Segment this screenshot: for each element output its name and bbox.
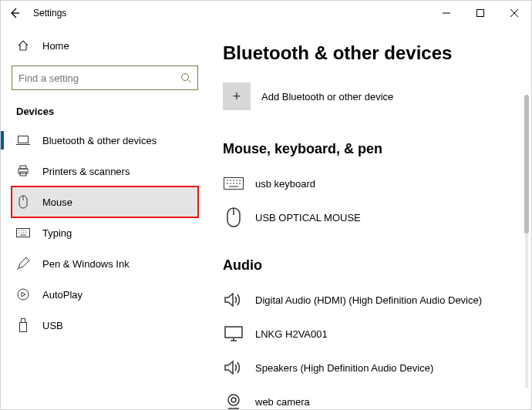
svg-rect-3	[20, 166, 26, 169]
monitor-icon	[223, 323, 244, 344]
svg-rect-10	[20, 323, 27, 332]
device-label: usb keyboard	[255, 178, 315, 190]
group-title: Mouse, keyboard, & pen	[223, 141, 531, 157]
sidebar-item-bluetooth[interactable]: Bluetooth & other devices	[12, 125, 198, 156]
device-row[interactable]: Digital Audio (HDMI) (High Definition Au…	[223, 283, 531, 317]
nav-label: Mouse	[42, 197, 72, 208]
search-box[interactable]	[12, 66, 198, 90]
sidebar-item-pen[interactable]: Pen & Windows Ink	[12, 248, 198, 279]
printer-icon	[16, 164, 30, 178]
home-link[interactable]: Home	[12, 32, 198, 59]
device-row[interactable]: web camera	[223, 385, 531, 409]
device-row[interactable]: usb keyboard	[223, 166, 531, 200]
group-audio: Audio Digital Audio (HDMI) (High Definit…	[223, 257, 531, 409]
minimize-button[interactable]	[429, 1, 463, 25]
search-input[interactable]	[19, 72, 180, 84]
svg-point-1	[182, 74, 189, 81]
speaker-icon	[223, 289, 244, 311]
window-title: Settings	[33, 8, 66, 18]
svg-rect-9	[22, 319, 25, 323]
minimize-icon	[443, 9, 450, 17]
plus-icon: +	[233, 89, 241, 105]
speaker-icon	[223, 357, 244, 378]
device-label: USB OPTICAL MOUSE	[255, 212, 361, 223]
device-row[interactable]: USB OPTICAL MOUSE	[223, 200, 531, 234]
device-row[interactable]: LNKG H2VA001	[223, 317, 531, 351]
nav-label: USB	[42, 320, 63, 331]
nav-label: Typing	[42, 227, 72, 239]
camera-icon	[223, 391, 244, 409]
scrollbar-thumb[interactable]	[524, 95, 529, 234]
nav-label: Pen & Windows Ink	[42, 258, 130, 270]
svg-rect-13	[225, 327, 242, 338]
page-title: Bluetooth & other devices	[223, 42, 531, 64]
maximize-button[interactable]	[463, 1, 497, 25]
keyboard-icon	[223, 173, 244, 194]
home-icon	[16, 39, 30, 52]
sidebar: Home Devices Bluetooth & other devices P…	[1, 25, 206, 409]
device-label: Speakers (High Definition Audio Device)	[255, 362, 433, 374]
arrow-left-icon	[8, 7, 21, 19]
device-row[interactable]: Speakers (High Definition Audio Device)	[223, 351, 531, 385]
nav-label: Printers & scanners	[42, 166, 130, 177]
sidebar-item-usb[interactable]: USB	[12, 310, 198, 341]
svg-rect-0	[477, 10, 484, 17]
svg-point-8	[18, 289, 29, 300]
laptop-icon	[16, 133, 30, 147]
sidebar-header: Devices	[16, 106, 198, 117]
add-device-row[interactable]: + Add Bluetooth or other device	[223, 82, 531, 110]
device-label: Digital Audio (HDMI) (High Definition Au…	[255, 294, 482, 306]
sidebar-item-mouse[interactable]: Mouse	[12, 187, 198, 217]
back-button[interactable]	[7, 5, 22, 21]
svg-point-14	[228, 395, 239, 405]
pen-icon	[16, 257, 30, 271]
search-icon	[180, 72, 191, 83]
keyboard-icon	[16, 226, 30, 240]
device-label: LNKG H2VA001	[255, 328, 328, 340]
usb-icon	[16, 318, 30, 332]
sidebar-item-printers[interactable]: Printers & scanners	[12, 156, 198, 187]
titlebar: Settings	[1, 1, 531, 25]
nav-label: AutoPlay	[42, 289, 82, 301]
device-label: web camera	[255, 396, 310, 408]
add-button[interactable]: +	[223, 82, 251, 110]
autoplay-icon	[16, 287, 30, 301]
nav-label: Bluetooth & other devices	[42, 135, 157, 146]
mouse-icon	[223, 207, 244, 228]
group-title: Audio	[223, 257, 531, 274]
maximize-icon	[476, 9, 484, 17]
sidebar-item-typing[interactable]: Typing	[12, 217, 198, 248]
close-icon	[510, 9, 518, 17]
group-mouse-keyboard-pen: Mouse, keyboard, & pen usb keyboard USB …	[223, 141, 531, 234]
content-pane: Bluetooth & other devices + Add Bluetoot…	[206, 25, 531, 409]
sidebar-item-autoplay[interactable]: AutoPlay	[12, 279, 198, 310]
close-button[interactable]	[497, 1, 531, 25]
home-label: Home	[42, 40, 69, 52]
mouse-icon	[16, 195, 30, 209]
svg-point-15	[231, 398, 236, 402]
add-label: Add Bluetooth or other device	[261, 91, 393, 102]
svg-rect-2	[19, 136, 29, 143]
